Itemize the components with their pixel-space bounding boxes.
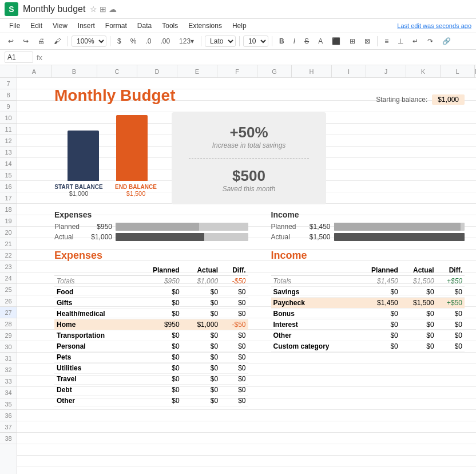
row-30: 30: [0, 341, 17, 353]
expense-diff: $0: [220, 352, 248, 363]
fill-color-button[interactable]: ⬛: [328, 36, 344, 46]
expenses-totals-planned: $950: [134, 276, 182, 287]
font-select[interactable]: Lato: [205, 35, 236, 47]
menu-data[interactable]: Data: [133, 20, 156, 31]
font-size-select[interactable]: 10: [243, 35, 268, 47]
col-k[interactable]: K: [406, 65, 441, 78]
number-format-button[interactable]: 123▾: [176, 36, 197, 46]
merge-button[interactable]: ⊠: [361, 36, 374, 46]
budget-title: Monthly Budget: [54, 86, 176, 105]
row-23: 23: [0, 261, 17, 272]
col-i[interactable]: I: [332, 65, 366, 78]
expense-actual: $0: [182, 341, 221, 352]
document-title[interactable]: Monthly budget: [23, 4, 85, 14]
income-row: Savings $0 $0 $0: [271, 287, 465, 298]
menu-extensions[interactable]: Extensions: [184, 20, 227, 31]
end-balance-value: $1,500: [112, 190, 160, 197]
print-button[interactable]: 🖨: [34, 36, 48, 46]
col-f[interactable]: F: [217, 65, 257, 78]
wrap-button[interactable]: ↵: [409, 36, 422, 46]
col-c[interactable]: C: [97, 65, 137, 78]
income-planned-bar-track: [334, 223, 465, 231]
income-diff: $0: [437, 287, 465, 298]
menu-file[interactable]: File: [5, 20, 25, 31]
expense-planned: $0: [134, 309, 182, 319]
valign-button[interactable]: ⊥: [394, 36, 407, 46]
percent-button[interactable]: %: [127, 36, 140, 46]
expenses-totals-diff: -$50: [220, 276, 248, 287]
income-table: Planned Actual Diff. Totals $1,450 $1,50…: [271, 265, 465, 352]
sheets-app-icon: S: [5, 2, 18, 16]
expenses-row: Personal $0 $0 $0: [54, 341, 248, 352]
paint-format-button[interactable]: 🖌: [50, 36, 64, 46]
row-17: 17: [0, 192, 17, 204]
link-button[interactable]: 🔗: [439, 36, 454, 46]
expense-label: Debt: [54, 385, 134, 396]
menu-tools[interactable]: Tools: [157, 20, 183, 31]
redo-button[interactable]: ↪: [19, 36, 32, 46]
menu-help[interactable]: Help: [228, 20, 251, 31]
menu-insert[interactable]: Insert: [73, 20, 100, 31]
income-actual-bar-track: [334, 233, 465, 241]
borders-button[interactable]: ⊞: [346, 36, 359, 46]
col-h[interactable]: H: [292, 65, 332, 78]
rotate-button[interactable]: ↷: [424, 36, 437, 46]
expense-planned: $0: [134, 385, 182, 396]
stats-amount: $500: [189, 167, 309, 185]
italic-button[interactable]: I: [290, 36, 299, 46]
expense-label: Food: [54, 287, 134, 298]
col-j[interactable]: J: [366, 65, 406, 78]
cloud-icon[interactable]: ☁: [109, 5, 117, 14]
row-16: 16: [0, 181, 17, 192]
income-table-title: Income: [271, 250, 465, 262]
bold-button[interactable]: B: [276, 36, 288, 46]
separator-6: [377, 36, 378, 46]
row-27: 27: [0, 307, 17, 318]
row-36: 36: [0, 410, 17, 421]
zoom-select[interactable]: 100%: [72, 35, 106, 47]
title-action-icons: ☆ ⊞ ☁: [90, 5, 117, 14]
income-diff: $0: [437, 319, 465, 330]
menu-edit[interactable]: Edit: [26, 20, 47, 31]
menu-format[interactable]: Format: [101, 20, 132, 31]
decimal-dec-button[interactable]: .0: [142, 36, 154, 46]
strikethrough-button[interactable]: S: [301, 36, 312, 46]
star-icon[interactable]: ☆: [90, 5, 97, 14]
income-totals-actual: $1,500: [400, 276, 437, 287]
expense-label: Pets: [54, 352, 134, 363]
end-balance-label: END BALANCE: [112, 184, 160, 190]
expense-diff: $0: [220, 385, 248, 396]
row-28: 28: [0, 318, 17, 330]
income-totals-diff: +$50: [437, 276, 465, 287]
col-l[interactable]: L: [441, 65, 475, 78]
separator-3: [201, 36, 201, 46]
row-22: 22: [0, 250, 17, 261]
expense-planned: $0: [134, 374, 182, 385]
col-e[interactable]: E: [177, 65, 217, 78]
text-color-button[interactable]: A: [315, 36, 326, 46]
expense-planned: $0: [134, 352, 182, 363]
expense-label: Gifts: [54, 298, 134, 309]
align-button[interactable]: ≡: [381, 36, 392, 46]
folder-icon[interactable]: ⊞: [100, 5, 106, 14]
stats-percentage-desc: Increase in total savings: [189, 141, 309, 159]
expense-diff: $0: [220, 287, 248, 298]
row-33: 33: [0, 376, 17, 387]
row-19: 19: [0, 215, 17, 227]
decimal-inc-button[interactable]: .00: [157, 36, 173, 46]
expense-actual: $0: [182, 396, 221, 406]
currency-button[interactable]: $: [114, 36, 125, 46]
col-g[interactable]: G: [257, 65, 292, 78]
menu-view[interactable]: View: [48, 20, 72, 31]
chart-labels: START BALANCE $1,000 END BALANCE $1,500: [54, 184, 160, 197]
col-b[interactable]: B: [51, 65, 97, 78]
expense-actual: $0: [182, 298, 221, 309]
income-col-actual-header: Actual: [400, 265, 437, 276]
col-d[interactable]: D: [137, 65, 177, 78]
col-a[interactable]: A: [17, 65, 51, 78]
cell-reference-input[interactable]: [5, 52, 33, 63]
formula-input[interactable]: [46, 53, 471, 61]
undo-button[interactable]: ↩: [5, 36, 17, 46]
income-row: Bonus $0 $0 $0: [271, 309, 465, 319]
income-planned-label: Planned: [271, 223, 300, 231]
